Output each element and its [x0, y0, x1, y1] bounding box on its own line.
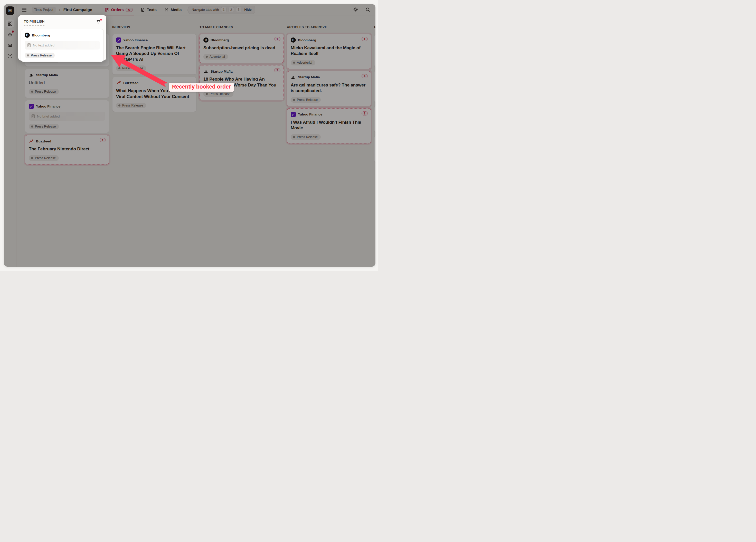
empty-text-placeholder[interactable]: No text added: [25, 41, 100, 50]
order-card[interactable]: BBloombergNo text addedPress Release: [21, 29, 104, 62]
column-header-to-publish: TO PUBLISH: [24, 20, 44, 26]
bloomberg-icon: B: [25, 33, 30, 38]
spotlight-to-publish: TO PUBLISH BBloombergNo text addedPress …: [18, 15, 106, 61]
filter-funnel-icon: [96, 20, 101, 25]
annotation-label: Recently booked order: [169, 83, 234, 92]
screen: M: [0, 0, 378, 271]
order-type-tag: Press Release: [25, 53, 55, 58]
app-window: M: [4, 4, 375, 267]
filter-notification-dot: [100, 19, 102, 21]
publication-name: Bloomberg: [32, 33, 50, 37]
filter-button[interactable]: [96, 20, 101, 25]
document-small-icon: [27, 43, 31, 47]
